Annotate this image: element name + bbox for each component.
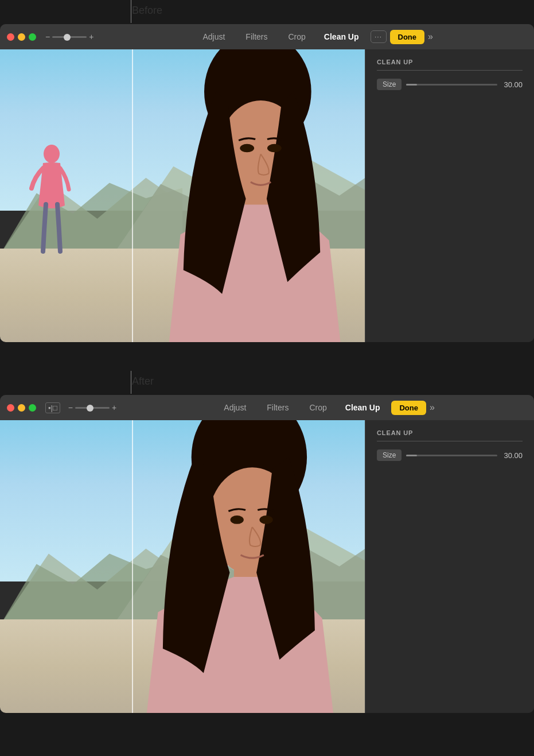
titlebar-before: − + Adjust Filters Crop Clean Up ··· Don… bbox=[0, 24, 534, 49]
svg-point-18 bbox=[260, 515, 273, 524]
zoom-plus-icon-after[interactable]: + bbox=[112, 403, 116, 412]
zoom-plus-icon[interactable]: + bbox=[89, 32, 93, 41]
woman-portrait-after bbox=[73, 420, 365, 713]
size-slider-fill-after bbox=[406, 455, 417, 456]
zoom-slider-thumb-after bbox=[87, 405, 93, 412]
view-toggle-after: ▪|□ bbox=[45, 402, 60, 413]
size-slider-before[interactable] bbox=[406, 84, 497, 86]
zoom-slider-after[interactable] bbox=[75, 407, 110, 409]
cleanup-section-title-after: CLEAN UP bbox=[377, 429, 523, 436]
image-area-before bbox=[0, 49, 365, 342]
maximize-button-after[interactable] bbox=[29, 404, 36, 412]
sidebar-before: CLEAN UP Size 30.00 bbox=[365, 49, 534, 342]
done-button[interactable]: Done bbox=[390, 30, 425, 44]
size-label-button-after[interactable]: Size bbox=[377, 449, 402, 461]
after-label: After bbox=[132, 375, 154, 387]
close-button-after[interactable] bbox=[7, 404, 14, 412]
photo-before bbox=[0, 49, 365, 342]
traffic-lights-after bbox=[7, 404, 36, 412]
nav-buttons-after: Adjust Filters Crop Clean Up Done » bbox=[121, 401, 527, 415]
crop-tab[interactable]: Crop bbox=[278, 30, 315, 44]
content-before: CLEAN UP Size 30.00 bbox=[0, 49, 534, 342]
page-wrapper: Before − + Adjust Filters Crop Clean Up bbox=[0, 0, 534, 730]
window-after: ▪|□ − + Adjust Filters Crop Clean Up Don… bbox=[0, 395, 534, 713]
minimize-button-after[interactable] bbox=[18, 404, 25, 412]
after-line bbox=[131, 371, 131, 394]
before-annotation: Before bbox=[0, 0, 534, 23]
content-after: CLEAN UP Size 30.00 bbox=[0, 420, 534, 713]
photo-after bbox=[0, 420, 365, 713]
before-line bbox=[131, 0, 131, 23]
cleanup-tab[interactable]: Clean Up bbox=[316, 30, 367, 44]
chevron-right-icon-after[interactable]: » bbox=[430, 402, 435, 413]
sidebar-divider-before bbox=[377, 70, 523, 71]
pink-figure-before bbox=[26, 142, 77, 263]
zoom-control-before: − + bbox=[45, 32, 93, 41]
titlebar-after: ▪|□ − + Adjust Filters Crop Clean Up Don… bbox=[0, 395, 534, 420]
size-slider-sidebar-after[interactable] bbox=[406, 455, 497, 456]
more-button[interactable]: ··· bbox=[371, 30, 387, 43]
after-annotation: After bbox=[0, 371, 534, 394]
traffic-lights-before bbox=[7, 33, 36, 41]
minimize-button[interactable] bbox=[18, 33, 25, 41]
size-slider-fill-before bbox=[406, 84, 417, 86]
zoom-control-after: − + bbox=[68, 403, 116, 412]
svg-point-9 bbox=[267, 144, 282, 153]
maximize-button[interactable] bbox=[29, 33, 36, 41]
svg-point-17 bbox=[231, 515, 244, 524]
zoom-slider-before[interactable] bbox=[52, 36, 87, 38]
size-value-before: 30.00 bbox=[502, 80, 523, 89]
cleanup-section-title: CLEAN UP bbox=[377, 59, 523, 65]
chevron-right-icon[interactable]: » bbox=[428, 32, 433, 42]
done-button-after[interactable]: Done bbox=[391, 401, 426, 415]
size-value-after: 30.00 bbox=[502, 451, 523, 460]
size-row-after: Size 30.00 bbox=[377, 449, 523, 461]
zoom-minus-icon[interactable]: − bbox=[45, 32, 50, 41]
size-label-button-before[interactable]: Size bbox=[377, 79, 402, 90]
divider-line-before bbox=[132, 49, 133, 342]
adjust-tab[interactable]: Adjust bbox=[192, 30, 235, 44]
filters-tab[interactable]: Filters bbox=[235, 30, 278, 44]
before-label: Before bbox=[132, 5, 162, 17]
more-icon: ··· bbox=[375, 33, 382, 41]
window-before: − + Adjust Filters Crop Clean Up ··· Don… bbox=[0, 24, 534, 342]
single-view-icon[interactable]: ▪|□ bbox=[45, 402, 60, 413]
sidebar-divider-after bbox=[377, 441, 523, 441]
adjust-tab-after[interactable]: Adjust bbox=[213, 401, 256, 414]
svg-point-4 bbox=[44, 145, 60, 163]
sidebar-after: CLEAN UP Size 30.00 bbox=[365, 420, 534, 713]
close-button[interactable] bbox=[7, 33, 14, 41]
divider-line-after bbox=[132, 420, 133, 713]
nav-buttons-before: Adjust Filters Crop Clean Up ··· Done » bbox=[98, 30, 527, 44]
cleanup-tab-after[interactable]: Clean Up bbox=[337, 401, 388, 414]
image-area-after bbox=[0, 420, 365, 713]
size-row-before: Size 30.00 bbox=[377, 79, 523, 90]
filters-tab-after[interactable]: Filters bbox=[256, 401, 299, 414]
zoom-minus-icon-after[interactable]: − bbox=[68, 403, 73, 412]
crop-tab-after[interactable]: Crop bbox=[299, 401, 337, 414]
svg-point-8 bbox=[240, 144, 254, 153]
zoom-slider-thumb bbox=[64, 34, 71, 41]
